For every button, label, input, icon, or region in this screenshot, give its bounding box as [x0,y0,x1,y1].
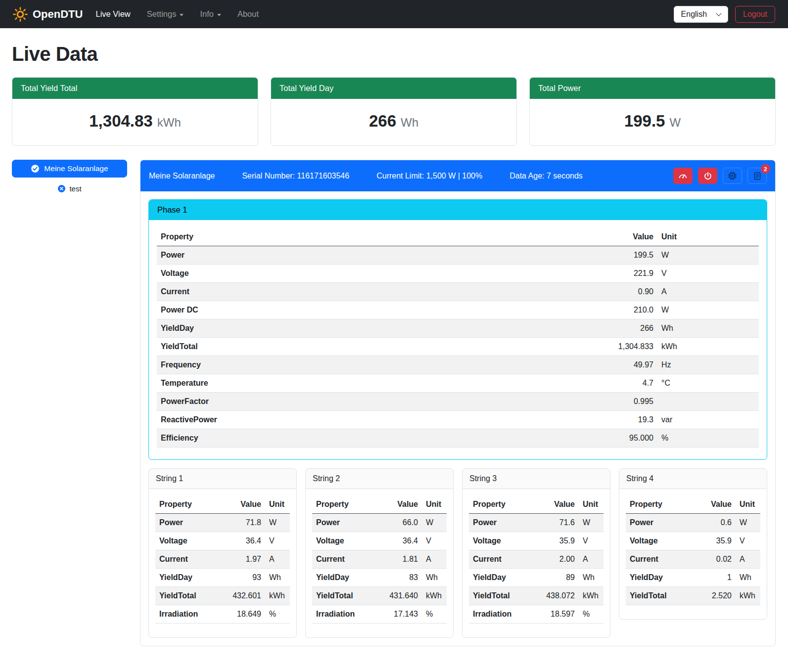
value-cell: 2.00 [541,550,579,569]
property-cell: YieldTotal [157,338,593,356]
property-cell: Frequency [157,356,593,374]
table-row: Irradiation18.597% [469,605,603,624]
property-cell: YieldTotal [469,587,541,605]
cpu-icon [728,171,737,180]
unit-cell: V [736,532,760,550]
gauge-icon [678,171,688,180]
property-cell: Current [626,550,698,569]
phase-card: Phase 1 Property Value Unit [148,199,767,460]
value-cell: 71.8 [228,514,265,532]
inverter-card-header: Meine Solaranlage Serial Number: 1161716… [140,160,775,191]
table-row: YieldDay93Wh [155,569,290,587]
string-2-card: String 2 Property Value Unit [305,468,454,638]
value-cell: 210.0 [593,301,657,319]
string-body: Property Value Unit Power66.0W Voltage36… [306,489,453,637]
value-header: Value [593,228,657,246]
value-number: 266 [369,112,396,130]
unit-cell: kWh [422,587,447,605]
value-cell: 93 [228,569,265,587]
nav-settings[interactable]: Settings [147,9,184,19]
table-row: Power71.8W [155,514,290,532]
string-title: String 1 [149,469,296,489]
unit-cell: kWh [736,587,760,605]
string-4-card: String 4 Property Value Unit [619,468,767,620]
value-cell: 4.7 [593,374,657,393]
logout-button[interactable]: Logout [735,6,775,23]
unit-cell: V [579,532,603,550]
unit-cell: V [422,532,447,550]
top-navbar: OpenDTU Live View Settings Info About En… [0,0,788,28]
property-cell: Current [157,283,593,301]
unit-cell: A [736,550,760,569]
string-table: Property Value Unit Power0.6W Voltage35.… [626,495,760,605]
value-cell: 71.6 [541,514,579,532]
value-unit: Wh [401,116,418,129]
table-row: YieldDay89Wh [469,569,603,587]
table-row: Voltage35.9V [469,532,603,550]
property-cell: Irradiation [469,605,541,624]
inverter-name: Meine Solaranlage [149,172,215,180]
inverter-data-age: Data Age: 7 seconds [510,172,583,180]
table-row: Power66.0W [312,514,447,532]
unit-cell: W [657,246,759,265]
limit-settings-button[interactable] [673,168,693,184]
property-cell: Irradiation [312,605,384,624]
table-row: YieldDay83Wh [312,569,447,587]
power-icon [703,172,712,180]
property-cell: Efficiency [157,429,593,448]
card-value: 199.5W [530,99,775,145]
phase-table: Property Value Unit Power199.5W Voltage2… [157,228,759,448]
test-toggle[interactable]: test [12,184,127,193]
inverter-select-button[interactable]: Meine Solaranlage [12,160,127,178]
value-cell: 0.02 [698,550,736,569]
value-cell: 1 [698,569,736,587]
unit-cell: var [657,411,759,429]
power-toggle-button[interactable] [698,168,717,184]
device-info-button[interactable] [723,168,742,184]
language-select[interactable]: English [674,6,728,23]
unit-cell: Wh [265,569,290,587]
nav-live-view[interactable]: Live View [95,9,130,19]
nav-about-label: About [237,9,259,19]
event-log-button[interactable]: 2 [747,168,767,184]
property-cell: Current [312,550,384,569]
value-cell: 1.97 [228,550,265,569]
property-header: Property [469,495,541,514]
page-title: Live Data [12,43,776,65]
property-cell: Power [312,514,384,532]
total-power-card: Total Power 199.5W [529,77,776,146]
inverter-actions: 2 [673,168,767,184]
value-cell: 1.81 [384,550,422,569]
chevron-down-icon [716,10,721,16]
test-label: test [69,184,81,193]
table-row: Current2.00A [469,550,603,569]
nav-about[interactable]: About [237,9,259,19]
table-header-row: Property Value Unit [626,495,760,514]
property-header: Property [312,495,384,514]
table-row: Current1.97A [155,550,290,569]
table-header-row: Property Value Unit [157,228,759,246]
value-cell: 0.90 [593,283,657,301]
value-cell: 438.072 [541,587,579,605]
unit-cell: W [579,514,603,532]
brand-name: OpenDTU [33,8,83,21]
property-header: Property [155,495,228,514]
unit-cell: V [657,265,759,283]
language-value: English [681,10,707,19]
unit-cell: A [265,550,290,569]
table-row: Power71.6W [469,514,603,532]
brand[interactable]: OpenDTU [13,7,83,22]
value-cell: 36.4 [384,532,422,550]
value-number: 199.5 [624,112,665,130]
phase-title: Phase 1 [149,200,767,220]
table-row: Irradiation17.143% [312,605,447,624]
table-row: Power DC210.0W [157,301,759,319]
table-row: Current0.02A [626,550,760,569]
summary-cards-row: Total Yield Total 1,304.83kWh Total Yiel… [12,77,776,146]
value-cell: 36.4 [228,532,265,550]
nav-info[interactable]: Info [200,9,221,19]
table-row: Voltage221.9V [157,265,759,283]
card-header: Total Yield Day [271,78,516,99]
nav-info-label: Info [200,9,214,19]
table-row: Efficiency95.000% [157,429,759,448]
